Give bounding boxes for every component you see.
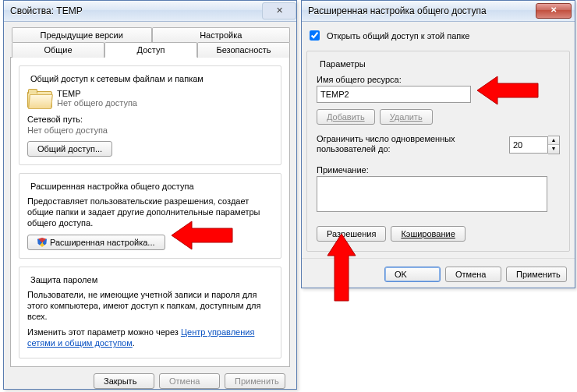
password-desc: Пользователи, не имеющие учетной записи … <box>27 289 273 322</box>
folder-status: Нет общего доступа <box>57 98 137 108</box>
tab-general[interactable]: Общие <box>12 42 104 58</box>
advanced-sharing-button-label: Расширенная настройка... <box>50 238 155 247</box>
tab-security[interactable]: Безопасность <box>197 42 290 58</box>
tab-sharing[interactable]: Доступ <box>104 42 197 58</box>
share-button[interactable]: Общий доступ... <box>27 141 112 157</box>
permissions-button[interactable]: Разрешения <box>317 226 386 242</box>
share-name-label: Имя общего ресурса: <box>317 75 560 84</box>
comment-input[interactable] <box>317 176 547 212</box>
folder-icon <box>27 88 51 108</box>
network-path-value: Нет общего доступа <box>27 125 273 135</box>
close-dialog-button[interactable]: Закрыть <box>94 373 154 389</box>
cancel-dialog-button[interactable]: Отмена <box>159 373 220 389</box>
folder-name: TEMP <box>57 89 137 98</box>
limit-spinner[interactable]: ▲▼ <box>548 136 560 154</box>
properties-titlebar: Свойства: TEMP ✕ <box>4 1 296 22</box>
limit-input[interactable] <box>509 136 548 154</box>
enable-share-label: Открыть общий доступ к этой папке <box>327 31 469 41</box>
tab-previous-versions[interactable]: Предыдущие версии <box>12 27 152 42</box>
caching-button[interactable]: Кэширование <box>391 226 465 242</box>
shield-icon <box>37 238 47 247</box>
group-advanced-title: Расширенная настройка общего доступа <box>27 182 197 191</box>
group-password-title: Защита паролем <box>27 275 101 284</box>
advanced-dialog-titlebar: Расширенная настройка общего доступа <box>302 1 575 22</box>
limit-label: Ограничить число одновременных пользоват… <box>317 134 473 154</box>
tab-customize[interactable]: Настройка <box>152 27 291 42</box>
advanced-desc: Предоставляет пользовательские разрешени… <box>27 196 273 228</box>
params-legend: Параметры <box>317 59 369 69</box>
ok-button[interactable]: OK <box>384 267 441 282</box>
group-network-sharing-title: Общий доступ к сетевым файлам и папкам <box>27 74 207 83</box>
apply-button[interactable]: Применить <box>506 267 567 282</box>
close-icon[interactable] <box>536 3 572 19</box>
network-path-label: Сетевой путь: <box>27 115 273 124</box>
close-button[interactable]: ✕ <box>262 2 296 19</box>
apply-dialog-button[interactable]: Применить <box>225 373 285 389</box>
enable-share-checkbox[interactable] <box>310 30 320 41</box>
remove-share-button[interactable]: Удалить <box>380 109 433 125</box>
share-name-input[interactable] <box>317 86 471 103</box>
link-prefix: Изменить этот параметр можно через <box>27 327 181 337</box>
advanced-dialog-title: Расширенная настройка общего доступа <box>308 5 536 16</box>
add-share-button[interactable]: Добавить <box>317 109 375 125</box>
link-suffix: . <box>133 338 135 348</box>
comment-label: Примечание: <box>317 165 560 175</box>
advanced-sharing-button[interactable]: Расширенная настройка... <box>27 235 165 250</box>
properties-title: Свойства: TEMP <box>10 5 262 16</box>
cancel-button[interactable]: Отмена <box>445 267 501 282</box>
